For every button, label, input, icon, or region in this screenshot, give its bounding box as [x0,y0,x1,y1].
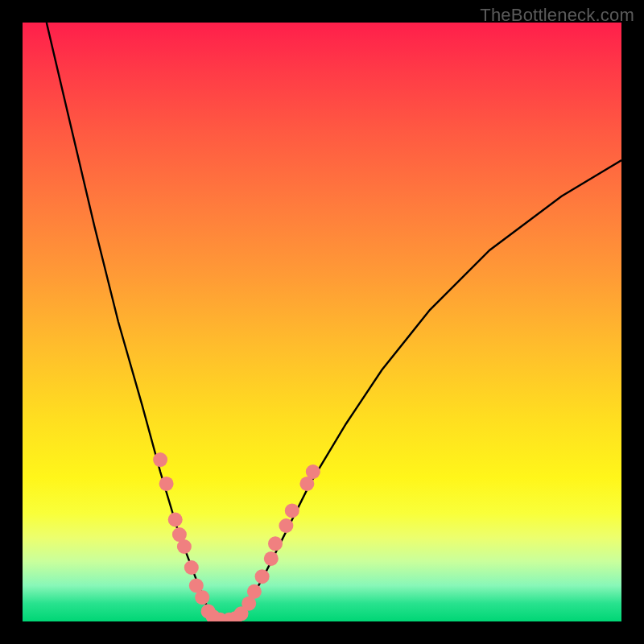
curve-marker [264,551,279,566]
chart-frame: TheBottleneck.com [0,0,644,644]
curve-marker [268,536,283,551]
curve-marker [247,584,262,599]
curve-marker [255,569,270,584]
bottleneck-curve [47,23,621,621]
curve-marker [306,464,320,479]
curve-marker [184,560,199,575]
curve-marker [195,590,209,605]
watermark-text: TheBottleneck.com [480,5,634,26]
curve-marker [279,518,293,533]
curve-marker [285,503,299,518]
curve-marker [168,513,183,527]
plot-area [23,23,621,621]
curve-marker [177,539,192,554]
curve-marker [153,452,167,467]
curve-markers [153,452,320,621]
bottleneck-curve-svg [23,23,621,621]
curve-marker [159,477,174,491]
